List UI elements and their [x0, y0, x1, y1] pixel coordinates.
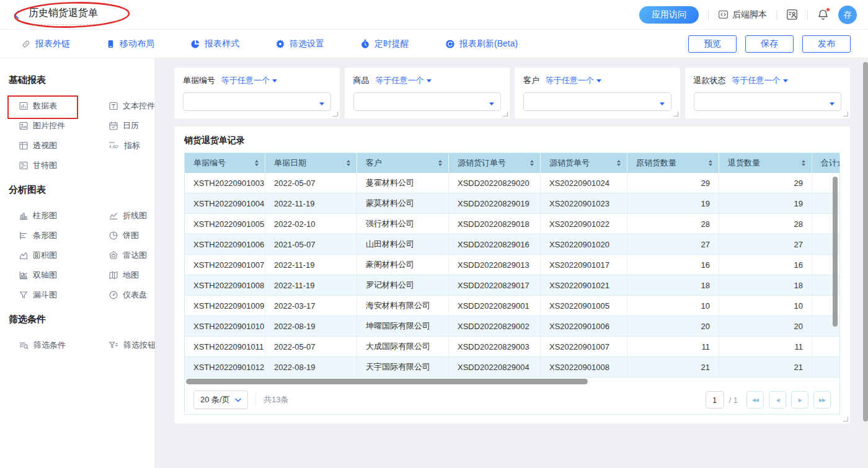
- product-filter-card[interactable]: 商品 等于任意一个: [345, 68, 510, 118]
- column-header-2[interactable]: 单据日期: [265, 153, 357, 173]
- widget-sidebar: 基础报表数据表文本控件图片控件日历透视图4,80指标甘特图分析图表柱形图折线图条…: [0, 58, 155, 468]
- column-header-3[interactable]: 客户: [357, 153, 449, 173]
- sidebar-item-line-chart[interactable]: 折线图: [108, 210, 147, 221]
- filter-label: 单据编号: [183, 75, 215, 86]
- last-page-button[interactable]: ▶▶: [813, 391, 831, 408]
- column-header-7[interactable]: 退货数量: [719, 153, 812, 173]
- backend-script-button[interactable]: 后端脚本: [718, 9, 767, 20]
- column-header-8[interactable]: 合计金额: [812, 153, 839, 173]
- save-button[interactable]: 保存: [745, 35, 794, 53]
- column-header-4[interactable]: 源销货订单号: [449, 153, 541, 173]
- sort-icon[interactable]: [802, 160, 805, 166]
- toolbar-item-filter-settings[interactable]: 筛选设置: [275, 38, 324, 50]
- sidebar-item-gantt-chart[interactable]: 甘特图: [19, 160, 57, 171]
- toolbar-item-report-refresh[interactable]: 报表刷新(Beta): [445, 38, 518, 50]
- cell: XS20220901006: [541, 316, 627, 336]
- column-header-1[interactable]: 单据编号: [185, 153, 265, 173]
- sidebar-item-pie-chart[interactable]: 饼图: [108, 230, 139, 241]
- sidebar-item-pivot-view[interactable]: 透视图: [19, 140, 57, 151]
- table-widget-card[interactable]: 销货退货单记录 单据编号单据日期客户源销货订单号源销货单号原销货数量退货数量合计…: [174, 126, 850, 423]
- sidebar-item-bar-chart[interactable]: 条形图: [19, 230, 57, 241]
- sidebar-item-filter-condition[interactable]: 筛选条件: [19, 340, 66, 351]
- sort-icon[interactable]: [438, 160, 442, 166]
- sidebar-item-map-chart[interactable]: 地图: [108, 270, 139, 281]
- filter-operator-dropdown[interactable]: 等于任意一个: [546, 75, 601, 86]
- back-icon[interactable]: [11, 9, 22, 20]
- resize-handle[interactable]: [503, 112, 508, 117]
- table-row[interactable]: XSTH202209010032022-05-07蔓霍材料公司XSDD20220…: [185, 173, 839, 193]
- first-page-button[interactable]: ◀◀: [746, 391, 764, 408]
- app-access-button[interactable]: 应用访问: [639, 6, 699, 24]
- table-row[interactable]: XSTH202209010042022-11-19蒙莫材料公司XSDD20220…: [185, 193, 839, 214]
- next-page-button[interactable]: ▶: [791, 391, 808, 408]
- sidebar-item-gauge-chart[interactable]: 仪表盘: [108, 289, 147, 301]
- toolbar-item-mobile-layout[interactable]: 移动布局: [106, 38, 154, 50]
- refund-status-filter-card[interactable]: 退款状态 等于任意一个: [685, 68, 851, 118]
- table-row[interactable]: XSTH202209010112022-05-07大成国际有限公司XSDD202…: [185, 337, 839, 357]
- doc-number-filter-card[interactable]: 单据编号 等于任意一个: [174, 68, 340, 118]
- sidebar-item-funnel-chart[interactable]: 漏斗图: [19, 289, 57, 301]
- pagination-bar: 20 条/页 共13条 1 / 1 ◀◀ ◀ ▶ ▶▶: [185, 386, 839, 414]
- toolbar-item-report-style[interactable]: 报表样式: [190, 38, 239, 50]
- sort-icon[interactable]: [255, 160, 259, 166]
- filter-operator-dropdown[interactable]: 等于任意一个: [221, 75, 277, 86]
- sort-icon[interactable]: [617, 160, 621, 166]
- toolbar-item-report-external-link[interactable]: 报表外链: [21, 38, 70, 50]
- cell: XSDD20220829019: [449, 193, 541, 213]
- sidebar-item-radar-chart[interactable]: 雷达图: [108, 250, 147, 261]
- filter-value-select[interactable]: [353, 92, 502, 111]
- filter-operator-dropdown[interactable]: 等于任意一个: [732, 75, 788, 86]
- avatar[interactable]: 存: [838, 6, 857, 24]
- filter-value-select[interactable]: [523, 92, 671, 111]
- toolbar-item-timed-reminder[interactable]: 定时提醒: [360, 38, 409, 50]
- publish-button[interactable]: 发布: [802, 35, 851, 53]
- filter-operator-dropdown[interactable]: 等于任意一个: [376, 75, 432, 86]
- sidebar-item-image-widget[interactable]: 图片控件: [19, 120, 65, 131]
- pie-chart-icon: [108, 231, 118, 241]
- resize-handle[interactable]: [843, 417, 848, 422]
- table-row[interactable]: XSTH202209010082022-11-19罗记材料公司XSDD20220…: [185, 275, 839, 296]
- current-page-input[interactable]: 1: [706, 391, 724, 408]
- table-vertical-scrollbar[interactable]: [833, 177, 838, 327]
- sidebar-item-dual-axis-chart[interactable]: 双轴图: [19, 270, 57, 281]
- cell: 2022-05-07: [265, 337, 357, 356]
- sort-icon[interactable]: [709, 160, 712, 166]
- gear-icon: [275, 39, 285, 49]
- resize-handle[interactable]: [673, 112, 678, 117]
- table-row[interactable]: XSTH202209010092022-03-17海安材料有限公司XSDD202…: [185, 296, 839, 316]
- cell: 11: [627, 337, 719, 356]
- resize-handle[interactable]: [333, 112, 338, 117]
- sidebar-item-metric[interactable]: 4,80指标: [108, 140, 140, 151]
- prev-page-button[interactable]: ◀: [769, 391, 786, 408]
- page-scrollbar-thumb[interactable]: [863, 62, 868, 422]
- table-row[interactable]: XSTH202209010062021-05-07山田材料公司XSDD20220…: [185, 234, 839, 255]
- sidebar-item-calendar[interactable]: 日历: [108, 120, 139, 131]
- sidebar-item-text-widget[interactable]: 文本控件: [108, 100, 155, 112]
- sidebar-item-area-chart[interactable]: 面积图: [19, 250, 57, 261]
- sidebar-item-filter-button[interactable]: 筛选按钮: [108, 340, 156, 351]
- filter-value-select[interactable]: [183, 92, 331, 111]
- cell: XSTH20220901003: [185, 173, 265, 193]
- image-icon: [19, 121, 29, 131]
- column-header-6[interactable]: 原销货数量: [627, 153, 719, 173]
- resize-handle[interactable]: [843, 112, 848, 117]
- sort-icon[interactable]: [347, 160, 350, 166]
- cell: XS20220901007: [541, 337, 627, 356]
- sidebar-item-column-chart[interactable]: 柱形图: [19, 210, 57, 221]
- table-horizontal-scrollbar[interactable]: [186, 379, 588, 384]
- table-row[interactable]: XSTH202209010052022-02-10强行材料公司XSDD20220…: [185, 214, 839, 234]
- filter-value-select[interactable]: [694, 92, 842, 111]
- cell: 2022-11-19: [265, 275, 357, 295]
- cell: 2022-11-19: [265, 193, 357, 213]
- preview-button[interactable]: 预览: [688, 35, 737, 53]
- sidebar-item-data-table[interactable]: 数据表: [19, 100, 57, 112]
- column-header-5[interactable]: 源销货单号: [541, 153, 627, 173]
- table-row[interactable]: XSTH202209010102022-08-19坤曜国际有限公司XSDD202…: [185, 316, 839, 337]
- customer-filter-card[interactable]: 客户 等于任意一个: [515, 68, 680, 118]
- table-row[interactable]: XSTH202209010122022-08-19天宇国际有限公司XSDD202…: [185, 357, 839, 377]
- table-row[interactable]: XSTH202209010072022-11-19豪阁材料公司XSDD20220…: [185, 255, 839, 275]
- user-list-icon[interactable]: [786, 9, 798, 20]
- notification-bell-icon[interactable]: [817, 9, 829, 20]
- page-size-select[interactable]: 20 条/页: [193, 391, 248, 409]
- sort-icon[interactable]: [530, 160, 534, 166]
